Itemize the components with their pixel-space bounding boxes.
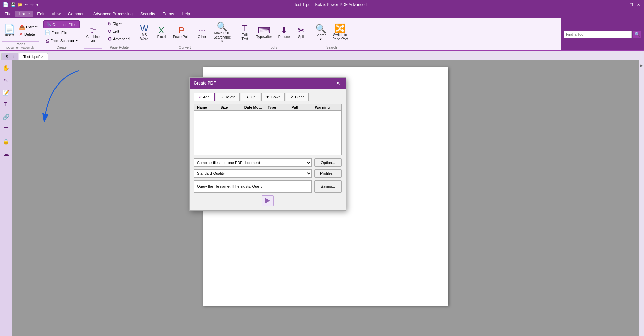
ribbon-pages-row: 📄 Insert 📤 Extract ✕ Delete [2, 20, 39, 41]
dialog-delete-button[interactable]: ⊖ Delete [216, 93, 240, 101]
menu-help[interactable]: Help [178, 11, 193, 17]
insert-label: Insert [5, 33, 14, 37]
dialog-add-button[interactable]: ⊕ Add [194, 93, 215, 101]
powerpoint-button[interactable]: P PowerPoint [171, 25, 192, 40]
make-pdf-searchable-arrow: ▼ [221, 40, 224, 43]
delete-button[interactable]: ✕ Delete [18, 31, 39, 38]
saving-button[interactable]: Saving... [314, 180, 342, 193]
document-area: Test Document #1 There are many convenie… [12, 60, 639, 336]
close-button[interactable]: ✕ [635, 2, 641, 7]
dialog-titlebar: Create PDF ✕ [190, 78, 346, 89]
app-icon: 📄 [3, 2, 9, 7]
rotate-advanced-button[interactable]: ⚙ Advanced [106, 35, 131, 42]
extract-button[interactable]: 📤 Extract [18, 24, 39, 30]
edit-text-icon: T [242, 24, 248, 33]
find-tool-search-button[interactable]: 🔍 [633, 31, 641, 38]
menu-home[interactable]: Home [15, 11, 33, 17]
menu-security[interactable]: Security [137, 11, 158, 17]
reduce-button[interactable]: ⬇ Reduce [276, 25, 292, 40]
from-file-label: From File [51, 31, 67, 35]
rotate-left-button[interactable]: ↺ Left [106, 28, 120, 35]
ribbon-group-create: 📎 Combine Files 📄 From File 🖨 From Scann… [41, 20, 82, 50]
convert-row: W MSWord X Excel P PowerPoint ⋯ Other 🔍 … [137, 20, 233, 44]
excel-button[interactable]: X Excel [154, 25, 169, 40]
title-bar-controls: ─ ❐ ✕ [622, 2, 641, 7]
quick-access-redo[interactable]: ↪ [30, 2, 34, 7]
menu-file[interactable]: File [1, 11, 15, 17]
search-row: 🔍 Search ▼ 🔀 Switch toPaperPort [313, 20, 350, 44]
option-button[interactable]: Option... [314, 158, 342, 167]
switch-to-paperport-button[interactable]: 🔀 Switch toPaperPort [330, 22, 350, 42]
insert-button[interactable]: 📄 Insert [2, 23, 17, 38]
combine-all-row: 🗂 CombineAll [84, 20, 102, 48]
switch-to-paperport-icon: 🔀 [335, 24, 346, 33]
reduce-label: Reduce [278, 35, 290, 39]
add-label: Add [203, 95, 210, 99]
dialog-close-button[interactable]: ✕ [335, 80, 342, 87]
tab-start[interactable]: Start [1, 53, 18, 60]
tab-test1pdf-close[interactable]: ✕ [41, 55, 44, 59]
minimize-button[interactable]: ─ [622, 2, 628, 7]
quick-access-more[interactable]: ▼ [36, 3, 39, 7]
sidebar-tool-lock[interactable]: 🔒 [1, 137, 11, 146]
combine-files-button[interactable]: 📎 Combine Files [43, 20, 79, 28]
col-warning: Warning [315, 105, 339, 109]
sidebar-tool-sticky-note[interactable]: 📝 [1, 88, 11, 97]
quick-access-save[interactable]: 💾 [11, 2, 16, 7]
quick-access-open[interactable]: 📂 [18, 2, 23, 7]
menu-comment[interactable]: Comment [65, 11, 89, 17]
from-file-button[interactable]: 📄 From File [43, 29, 68, 36]
profiles-button[interactable]: Profiles... [314, 169, 342, 178]
typewriter-button[interactable]: ⌨ Typewriter [254, 25, 274, 40]
quality-dropdown[interactable]: Standard Quality Standard QualityHigh Qu… [194, 169, 312, 178]
play-button[interactable] [262, 195, 274, 206]
split-button[interactable]: ✂ Split [294, 25, 309, 40]
delete-label: Delete [24, 32, 35, 36]
menu-edit[interactable]: Edit [34, 11, 48, 17]
tab-test1pdf[interactable]: Test 1.pdf ✕ [19, 53, 48, 60]
edit-text-button[interactable]: T EditText [237, 22, 252, 42]
ribbon: 📄 Insert 📤 Extract ✕ Delete Pages Docume… [0, 18, 644, 51]
sidebar-tool-select[interactable]: ↖ [1, 75, 11, 85]
make-pdf-searchable-button[interactable]: 🔍 Make PDFSearchable ▼ [211, 21, 233, 44]
extract-icon: 📤 [19, 24, 25, 30]
right-sidebar-collapse-arrow[interactable]: ▶ [640, 64, 643, 67]
rotate-right-button[interactable]: ↻ Right [106, 20, 123, 27]
filename-row: Saving... [194, 180, 342, 193]
tab-start-label: Start [6, 55, 14, 59]
combine-dropdown[interactable]: Combine files into one PDF document Comb… [194, 158, 312, 167]
dialog-up-button[interactable]: ▲ Up [241, 93, 260, 101]
from-scanner-button[interactable]: 🖨 From Scanner ▼ [43, 37, 80, 44]
file-list-header: Name Size Date Mo... Type Path Warning [194, 104, 341, 111]
menu-view[interactable]: View [48, 11, 64, 17]
search-group-label: Search [313, 45, 350, 50]
ribbon-create-row: 📎 Combine Files 📄 From File 🖨 From Scann… [43, 20, 80, 44]
switch-to-paperport-label: Switch toPaperPort [332, 33, 348, 41]
insert-icon: 📄 [4, 24, 15, 33]
convert-group-label: Convert [137, 45, 233, 50]
blue-arrow-annotation [33, 64, 94, 139]
menu-forms[interactable]: Forms [159, 11, 177, 17]
combine-all-icon: 🗂 [89, 26, 97, 35]
find-tool-input[interactable] [564, 31, 632, 38]
search-arrow: ▼ [319, 37, 323, 41]
sidebar-tool-list[interactable]: ☰ [1, 124, 11, 134]
sidebar-tool-cloud[interactable]: ☁ [1, 149, 11, 158]
filename-input[interactable] [194, 180, 312, 193]
sidebar-tool-link[interactable]: 🔗 [1, 112, 11, 122]
quick-access-undo[interactable]: ↩ [25, 2, 28, 7]
sidebar-tool-text[interactable]: T [1, 100, 11, 109]
other-button[interactable]: ⋯ Other [194, 25, 209, 40]
menu-advanced-processing[interactable]: Advanced Processing [90, 11, 136, 17]
dialog-clear-button[interactable]: ✕ Clear [286, 93, 308, 101]
ms-word-button[interactable]: W MSWord [137, 22, 152, 42]
restore-button[interactable]: ❐ [628, 2, 634, 7]
make-pdf-searchable-label: Make PDFSearchable [214, 31, 231, 40]
combine-all-button[interactable]: 🗂 CombineAll [84, 25, 102, 44]
make-pdf-searchable-icon: 🔍 [217, 22, 227, 31]
sidebar-tool-hand[interactable]: ✋ [1, 63, 11, 73]
search-button[interactable]: 🔍 Search ▼ [313, 23, 328, 42]
title-bar-title: Test 1.pdf - Kofax Power PDF Advanced [39, 2, 622, 7]
dialog-down-button[interactable]: ▼ Down [261, 93, 285, 101]
from-file-icon: 📄 [45, 30, 50, 35]
